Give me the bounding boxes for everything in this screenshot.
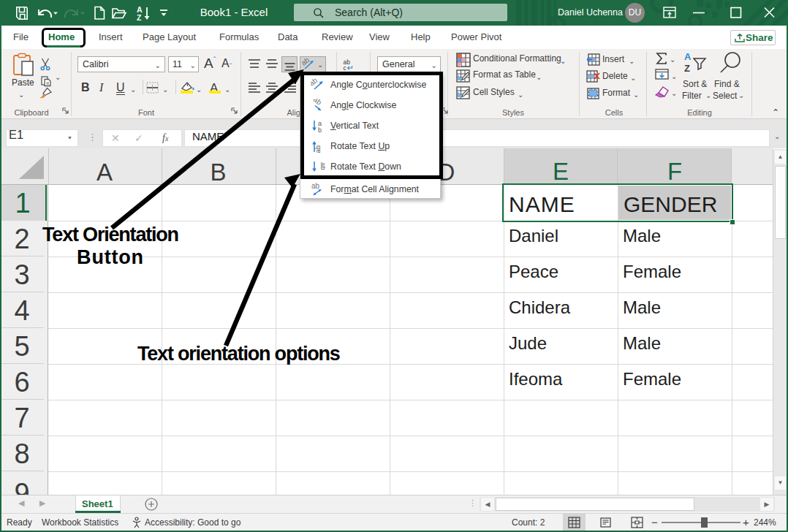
svg-text:Z: Z: [137, 13, 142, 22]
svg-text:ab: ab: [302, 57, 311, 67]
svg-text:ab: ab: [311, 183, 320, 190]
